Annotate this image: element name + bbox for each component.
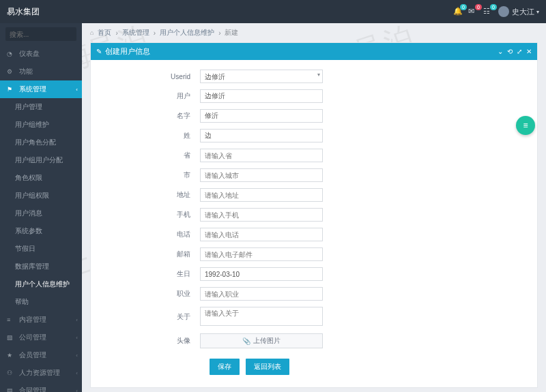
- sidebar-sub[interactable]: 用户角色分配: [0, 134, 82, 151]
- panel-body: Userid 边修沂 ▾ 用户 名字 姓 省 市 地址 手机 电话 邮箱 生日 …: [91, 60, 537, 387]
- userid-select[interactable]: 边修沂: [200, 70, 323, 83]
- user-menu[interactable]: 史大江 ▾: [498, 6, 539, 17]
- chevron-left-icon: ‹: [76, 335, 78, 341]
- sidebar: ⌕ ◔仪表盘 ⚙功能 ⚑系统管理‹ 用户管理 用户组维护 用户角色分配 用户组用…: [0, 23, 82, 392]
- province-field[interactable]: [200, 149, 323, 162]
- sidebar-sub[interactable]: 帮助: [0, 293, 82, 311]
- surname-field[interactable]: [200, 129, 323, 142]
- sidebar-sub[interactable]: 节假日: [0, 240, 82, 258]
- search-input[interactable]: [10, 31, 82, 38]
- refresh-icon[interactable]: ⟲: [507, 48, 513, 55]
- home-icon: ⌂: [90, 29, 94, 36]
- gear-icon: ⚙: [7, 68, 15, 75]
- panel: ✎ 创建用户信息 ⌄ ⟲ ⤢ ✕ Userid 边修沂 ▾ 用户 名字 姓 省 …: [90, 42, 538, 388]
- sidebar-item[interactable]: ⚇人力资源管理‹: [0, 364, 82, 382]
- label-about: 关于: [104, 312, 200, 322]
- file-icon: ▤: [7, 387, 15, 392]
- building-icon: ▧: [7, 334, 15, 341]
- city-field[interactable]: [200, 168, 323, 182]
- notif-task[interactable]: ☷ 0: [483, 7, 493, 16]
- expand-icon[interactable]: ⤢: [517, 48, 522, 55]
- chevron-left-icon: ‹: [76, 388, 78, 393]
- sidebar-label: 仪表盘: [19, 49, 40, 59]
- save-button[interactable]: 保存: [210, 359, 240, 375]
- label-city: 市: [104, 170, 200, 180]
- crumb-home[interactable]: 首页: [98, 28, 111, 37]
- form-buttons: 保存 返回列表: [104, 355, 523, 378]
- sidebar-sub[interactable]: 用户消息: [0, 205, 82, 222]
- fab-button[interactable]: ≡: [516, 116, 535, 135]
- birthday-field[interactable]: [200, 267, 323, 281]
- sidebar-system-mgmt[interactable]: ⚑系统管理‹: [0, 80, 82, 98]
- chevron-left-icon: ‹: [76, 352, 78, 359]
- collapse-icon[interactable]: ⌄: [498, 48, 503, 55]
- notif-bell[interactable]: 🔔 0: [453, 7, 463, 16]
- address-field[interactable]: [200, 188, 323, 202]
- badge: 0: [475, 4, 482, 10]
- crumb-b[interactable]: 用户个人信息维护: [160, 28, 214, 37]
- chevron-left-icon: ‹: [76, 87, 78, 93]
- notif-mail[interactable]: ✉ 0: [468, 7, 478, 16]
- label-email: 邮箱: [104, 250, 200, 259]
- sidebar-item[interactable]: ▤合同管理‹: [0, 382, 82, 392]
- panel-title: 创建用户信息: [105, 46, 150, 57]
- label-birthday: 生日: [104, 269, 200, 279]
- badge: 0: [460, 4, 467, 10]
- brand: 易水集团: [7, 6, 40, 18]
- chevron-left-icon: ‹: [76, 370, 78, 376]
- sidebar-label: 用户组权限: [15, 191, 49, 200]
- sidebar-sub[interactable]: 系统参数: [0, 222, 82, 240]
- topbar: 易水集团 🔔 0 ✉ 0 ☷ 0 史大江 ▾: [0, 0, 546, 23]
- sidebar-label: 公司管理: [19, 333, 46, 342]
- sidebar-item[interactable]: ★会员管理‹: [0, 346, 82, 364]
- email-field[interactable]: [200, 247, 323, 261]
- upload-label: 上传图片: [253, 336, 281, 346]
- sidebar-label: 用户消息: [15, 209, 42, 218]
- sidebar-label: 数据库管理: [15, 262, 49, 271]
- sidebar-label: 节假日: [15, 244, 35, 254]
- sidebar-label: 系统参数: [15, 226, 42, 236]
- username: 史大江: [512, 7, 534, 17]
- sidebar-label: 用户组用户分配: [15, 155, 63, 165]
- sidebar-sub[interactable]: 用户组权限: [0, 187, 82, 205]
- label-province: 省: [104, 151, 200, 160]
- badge: 0: [490, 4, 497, 10]
- gauge-icon: ◔: [7, 50, 15, 57]
- sidebar-functions-heading: ⚙功能: [0, 63, 82, 80]
- sidebar-sub[interactable]: 用户组维护: [0, 116, 82, 134]
- name-field[interactable]: [200, 109, 323, 123]
- sidebar-sub[interactable]: 数据库管理: [0, 258, 82, 275]
- panel-header: ✎ 创建用户信息 ⌄ ⟲ ⤢ ✕: [91, 43, 537, 60]
- menu-icon: ≡: [523, 121, 528, 130]
- breadcrumb: ⌂ 首页› 系统管理› 用户个人信息维护› 新建: [82, 23, 546, 42]
- about-field[interactable]: [200, 307, 323, 326]
- sidebar-item[interactable]: ≡内容管理‹: [0, 311, 82, 329]
- avatar: [498, 6, 509, 17]
- job-field[interactable]: [200, 287, 323, 301]
- phone-field[interactable]: [200, 228, 323, 241]
- sidebar-sub[interactable]: 角色权限: [0, 169, 82, 187]
- sidebar-sub[interactable]: 用户组用户分配: [0, 151, 82, 169]
- row-userid: Userid 边修沂 ▾: [104, 70, 523, 83]
- mobile-field[interactable]: [200, 208, 323, 222]
- sidebar-search[interactable]: ⌕: [5, 27, 76, 41]
- crumb-c: 新建: [225, 28, 238, 37]
- content: ⌂ 首页› 系统管理› 用户个人信息维护› 新建 ✎ 创建用户信息 ⌄ ⟲ ⤢ …: [82, 23, 546, 392]
- layers-icon: ≡: [7, 316, 15, 323]
- user-field[interactable]: [200, 89, 323, 103]
- sidebar-label: 用户角色分配: [15, 138, 56, 147]
- close-icon[interactable]: ✕: [526, 48, 532, 55]
- crumb-a[interactable]: 系统管理: [122, 28, 149, 37]
- label-address: 地址: [104, 190, 200, 200]
- edit-icon: ✎: [96, 48, 102, 55]
- sidebar-sub[interactable]: 用户管理: [0, 98, 82, 116]
- sidebar-sub-user-info[interactable]: 用户个人信息维护: [0, 275, 82, 293]
- sidebar-label: 合同管理: [19, 386, 46, 392]
- sidebar-dashboard[interactable]: ◔仪表盘: [0, 45, 82, 63]
- sidebar-item[interactable]: ▧公司管理‹: [0, 329, 82, 346]
- label-user: 用户: [104, 91, 200, 101]
- chevron-left-icon: ‹: [76, 317, 78, 323]
- upload-button[interactable]: 📎上传图片: [200, 333, 323, 348]
- back-button[interactable]: 返回列表: [246, 359, 289, 375]
- sidebar-label: 角色权限: [15, 173, 42, 183]
